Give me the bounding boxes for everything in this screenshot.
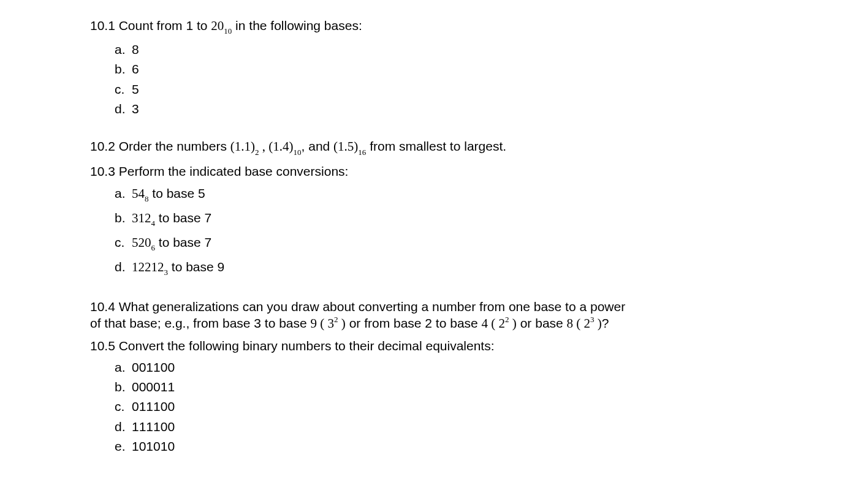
q10-4-m3: 8 ( 2 [567, 316, 591, 331]
item-letter: a. [115, 185, 132, 204]
q10-4-m1: 9 ( 3 [311, 316, 335, 331]
question-10-3-text: 10.3 Perform the indicated base conversi… [90, 163, 703, 179]
question-10-3: 10.3 Perform the indicated base conversi… [90, 163, 703, 277]
q10-4-m2: 4 ( 2 [482, 316, 506, 331]
list-item: b. 000011 [115, 378, 703, 395]
q10-2-s1: 2 [255, 148, 259, 157]
item-text: 001100 [132, 359, 175, 375]
q10-2-c1: , [259, 139, 269, 154]
item-suffix: to base 7 [155, 235, 211, 249]
q10-4-line2a: of that base; e.g., from base 3 to base [90, 316, 311, 330]
list-item: e. 101010 [115, 438, 703, 454]
q10-1-num: 20 [211, 18, 224, 33]
item-letter: b. [115, 61, 132, 77]
item-text: 3 [132, 100, 139, 117]
item-letter: c. [115, 398, 132, 415]
q10-3-list: a. 548 to base 5 b. 3124 to base 7 c. 52… [115, 185, 703, 277]
q10-4-m2b: ) [509, 316, 517, 331]
q10-2-n1: (1.1) [230, 139, 255, 154]
q10-1-suffix: in the following bases: [232, 18, 362, 32]
item-sub: 8 [145, 194, 149, 203]
q10-2-n2: (1.4) [268, 139, 293, 154]
item-letter: a. [115, 41, 132, 58]
q10-4-line2: of that base; e.g., from base 3 to base … [90, 315, 703, 332]
q10-1-prefix: 10.1 Count from 1 to [90, 18, 211, 32]
item-num: 12212 [132, 260, 164, 274]
item-text: 111100 [132, 418, 175, 435]
item-suffix: to base 7 [155, 211, 211, 225]
q10-4-m3b: ) [595, 316, 602, 331]
q10-1-sub: 10 [224, 26, 232, 36]
question-10-4: 10.4 What generalizations can you draw a… [90, 298, 703, 333]
q10-2-s3: 16 [358, 148, 366, 157]
q10-4-mid2: or base [517, 316, 567, 330]
item-text: 011100 [132, 398, 175, 415]
q10-4-line1: 10.4 What generalizations can you draw a… [90, 298, 703, 315]
item-num: 312 [132, 211, 151, 225]
item-letter: d. [115, 258, 132, 277]
list-item: d. 122123 to base 9 [115, 258, 703, 277]
q10-2-t1: from smallest to largest. [366, 139, 506, 153]
item-suffix: to base 5 [149, 186, 205, 200]
list-item: d. 3 [115, 100, 703, 117]
list-item: c. 5206 to base 7 [115, 234, 703, 253]
item-sub: 3 [164, 268, 169, 277]
item-num: 520 [132, 235, 151, 250]
item-letter: b. [115, 209, 132, 228]
question-10-1-text: 10.1 Count from 1 to 2010 in the followi… [90, 17, 703, 36]
item-text: 122123 to base 9 [132, 258, 224, 277]
item-letter: a. [115, 359, 132, 375]
page: 10.1 Count from 1 to 2010 in the followi… [0, 0, 703, 454]
item-text: 6 [132, 61, 139, 77]
q10-2-c2: , and [302, 139, 334, 153]
item-sub: 4 [151, 219, 156, 228]
item-text: 8 [132, 41, 139, 58]
list-item: b. 3124 to base 7 [115, 209, 703, 228]
q10-4-mid: or from base 2 to base [346, 316, 482, 330]
q10-1-list: a. 8 b. 6 c. 5 d. 3 [115, 41, 703, 117]
item-sub: 6 [151, 243, 156, 252]
q10-4-p1: 2 [334, 315, 338, 324]
list-item: c. 011100 [115, 398, 703, 415]
item-suffix: to base 9 [168, 260, 224, 274]
item-letter: c. [115, 234, 132, 253]
question-10-5: 10.5 Convert the following binary number… [90, 337, 703, 455]
q10-2-n3: (1.5) [333, 139, 358, 154]
list-item: a. 8 [115, 41, 703, 58]
item-letter: c. [115, 81, 132, 97]
list-item: c. 5 [115, 81, 703, 97]
list-item: b. 6 [115, 61, 703, 77]
list-item: d. 111100 [115, 418, 703, 435]
item-letter: e. [115, 438, 132, 454]
q10-4-m1b: ) [338, 316, 346, 331]
list-item: a. 001100 [115, 359, 703, 375]
question-10-5-text: 10.5 Convert the following binary number… [90, 337, 703, 354]
q10-4-end: ? [602, 316, 609, 330]
item-num: 54 [132, 186, 145, 201]
q10-2-t0: 10.2 Order the numbers [90, 139, 230, 153]
list-item: a. 548 to base 5 [115, 185, 703, 204]
q10-4-p2: 2 [505, 315, 509, 324]
item-text: 000011 [132, 378, 175, 395]
item-letter: d. [115, 100, 132, 117]
item-text: 5 [132, 81, 139, 97]
q10-2-s2: 10 [294, 148, 302, 157]
q10-5-list: a. 001100 b. 000011 c. 011100 d. 111100 … [115, 359, 703, 454]
item-text: 548 to base 5 [132, 185, 205, 204]
item-text: 5206 to base 7 [132, 234, 211, 253]
question-10-1: 10.1 Count from 1 to 2010 in the followi… [90, 17, 703, 117]
item-letter: d. [115, 418, 132, 435]
item-text: 101010 [132, 438, 175, 454]
q10-4-p3: 3 [590, 315, 595, 324]
question-10-2: 10.2 Order the numbers (1.1)2 , (1.4)10,… [90, 138, 703, 157]
item-text: 3124 to base 7 [132, 209, 211, 228]
item-letter: b. [115, 378, 132, 395]
